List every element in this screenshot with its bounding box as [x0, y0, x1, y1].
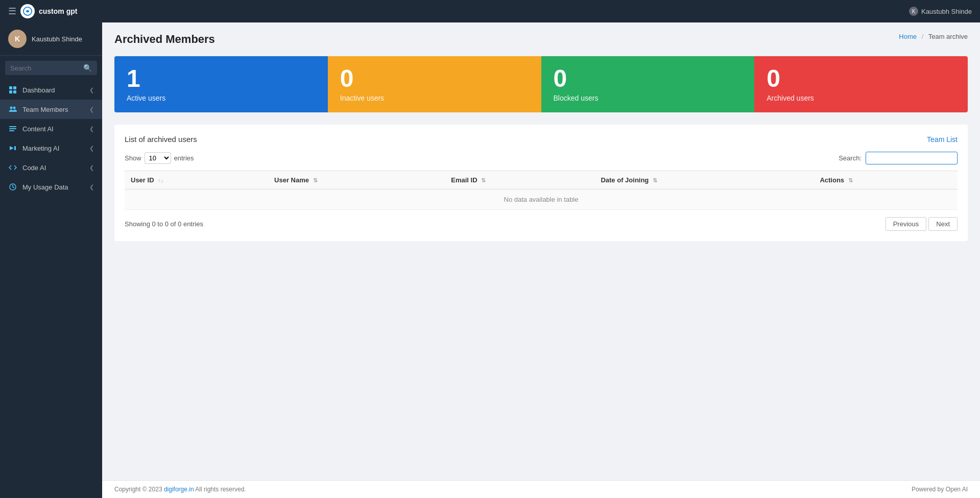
table-footer: Showing 0 to 0 of 0 entries Previous Nex…: [125, 217, 958, 231]
footer-powered-by: Powered by Open AI: [912, 486, 968, 493]
avatar: K: [8, 30, 27, 48]
pagination: Previous Next: [886, 217, 958, 231]
search-button[interactable]: 🔍: [78, 61, 97, 75]
chevron-icon: ❮: [89, 145, 94, 152]
col-actions[interactable]: Actions ⇅: [814, 171, 958, 189]
team-list-link[interactable]: Team List: [927, 135, 958, 144]
stat-card-inactive: 0 Inactive users: [328, 56, 541, 112]
svg-rect-4: [13, 90, 16, 93]
svg-rect-8: [9, 128, 16, 129]
svg-rect-3: [9, 90, 12, 93]
layout: K Kaustubh Shinde 🔍 Dashboard ❮: [0, 22, 980, 498]
svg-point-6: [13, 107, 16, 109]
logo-icon: [20, 4, 35, 18]
sidebar-item-dashboard[interactable]: Dashboard ❮: [0, 80, 102, 100]
data-table: User ID ↑↓ User Name ⇅ Email ID ⇅ Date o…: [125, 171, 958, 210]
active-users-count: 1: [127, 66, 316, 91]
sort-icon-user-id: ↑↓: [158, 177, 163, 183]
table-controls: Show 10 25 50 100 entries Search:: [125, 152, 958, 164]
main-content: Archived Members Home / Team archive 1 A…: [102, 22, 980, 480]
svg-marker-10: [10, 146, 14, 150]
blocked-users-label: Blocked users: [554, 94, 743, 102]
sidebar-item-code-label: Code AI: [22, 164, 46, 172]
code-ai-icon: [8, 163, 17, 172]
sort-icon-user-name: ⇅: [313, 177, 318, 183]
logo: ☰ custom gpt: [8, 4, 77, 18]
sidebar: K Kaustubh Shinde 🔍 Dashboard ❮: [0, 22, 102, 498]
archived-users-label: Archived users: [767, 94, 955, 102]
inactive-users-count: 0: [340, 66, 529, 91]
sidebar-item-usage[interactable]: My Usage Data ❮: [0, 177, 102, 197]
search-control: Search:: [839, 152, 958, 164]
sidebar-item-usage-label: My Usage Data: [22, 183, 68, 191]
app-name: custom gpt: [39, 7, 77, 15]
table-section: List of archived users Team List Show 10…: [114, 125, 968, 241]
search-input[interactable]: [5, 61, 78, 75]
chevron-icon: ❮: [89, 164, 94, 171]
sidebar-item-dashboard-label: Dashboard: [22, 86, 55, 94]
footer-brand-link[interactable]: digiforge.in: [164, 486, 194, 493]
footer-copyright-text: Copyright © 2023: [114, 486, 164, 493]
chevron-icon: ❮: [89, 87, 94, 93]
page-title: Archived Members: [114, 33, 215, 46]
table-section-title: List of archived users: [125, 135, 197, 144]
sidebar-item-code-ai[interactable]: Code AI ❮: [0, 158, 102, 177]
col-user-id[interactable]: User ID ↑↓: [125, 171, 268, 189]
sidebar-item-marketing-ai[interactable]: Marketing AI ❮: [0, 138, 102, 158]
breadcrumb-current: Team archive: [928, 33, 968, 40]
sidebar-item-marketing-label: Marketing AI: [22, 145, 59, 152]
top-nav: ☰ custom gpt K Kaustubh Shinde: [0, 0, 980, 22]
stat-card-active: 1 Active users: [114, 56, 328, 112]
sort-icon-date: ⇅: [653, 177, 657, 183]
show-label: Show: [125, 154, 141, 162]
sidebar-item-team-label: Team Members: [22, 106, 68, 113]
chevron-icon: ❮: [89, 184, 94, 191]
usage-icon: [8, 182, 17, 192]
next-button[interactable]: Next: [928, 217, 958, 231]
table-search-input[interactable]: [866, 152, 958, 164]
col-email-id[interactable]: Email ID ⇅: [445, 171, 594, 189]
svg-rect-9: [9, 130, 14, 131]
show-entries: Show 10 25 50 100 entries: [125, 152, 194, 164]
archived-users-count: 0: [767, 66, 955, 91]
empty-message: No data available in table: [125, 189, 958, 210]
top-nav-user-icon: K: [909, 7, 918, 16]
sidebar-user: K Kaustubh Shinde: [0, 22, 102, 56]
dashboard-icon: [8, 85, 17, 94]
inactive-users-label: Inactive users: [340, 94, 529, 102]
active-users-label: Active users: [127, 94, 316, 102]
stat-cards: 1 Active users 0 Inactive users 0 Blocke…: [114, 56, 968, 112]
content-ai-icon: [8, 124, 17, 133]
col-user-name[interactable]: User Name ⇅: [268, 171, 445, 189]
chevron-icon: ❮: [89, 106, 94, 113]
blocked-users-count: 0: [554, 66, 743, 91]
svg-rect-2: [13, 86, 16, 89]
footer: Copyright © 2023 digiforge.in All rights…: [102, 480, 980, 498]
previous-button[interactable]: Previous: [886, 217, 927, 231]
svg-rect-7: [9, 126, 16, 127]
col-date-of-joining[interactable]: Date of Joining ⇅: [594, 171, 814, 189]
footer-rights: All rights reserved.: [194, 486, 246, 493]
footer-copyright: Copyright © 2023 digiforge.in All rights…: [114, 486, 246, 493]
sidebar-username: Kaustubh Shinde: [32, 35, 82, 43]
sidebar-item-content-ai[interactable]: Content AI ❮: [0, 119, 102, 138]
page-header: Archived Members Home / Team archive: [114, 33, 968, 46]
sidebar-search-container: 🔍: [5, 61, 97, 75]
top-nav-user: K Kaustubh Shinde: [909, 7, 972, 16]
hamburger-icon[interactable]: ☰: [8, 6, 16, 17]
sidebar-item-content-label: Content AI: [22, 125, 54, 133]
table-section-header: List of archived users Team List: [125, 135, 958, 144]
chevron-icon: ❮: [89, 126, 94, 132]
svg-point-5: [10, 107, 13, 109]
search-label: Search:: [839, 154, 862, 162]
entries-select[interactable]: 10 25 50 100: [145, 152, 171, 164]
breadcrumb-home[interactable]: Home: [899, 33, 917, 40]
top-nav-username: Kaustubh Shinde: [921, 8, 972, 15]
marketing-ai-icon: [8, 144, 17, 153]
showing-text: Showing 0 to 0 of 0 entries: [125, 220, 203, 228]
table-empty-row: No data available in table: [125, 189, 958, 210]
sidebar-item-team-members[interactable]: Team Members ❮: [0, 100, 102, 119]
team-icon: [8, 105, 17, 114]
sort-icon-actions: ⇅: [848, 177, 853, 183]
breadcrumb-separator: /: [922, 33, 924, 40]
